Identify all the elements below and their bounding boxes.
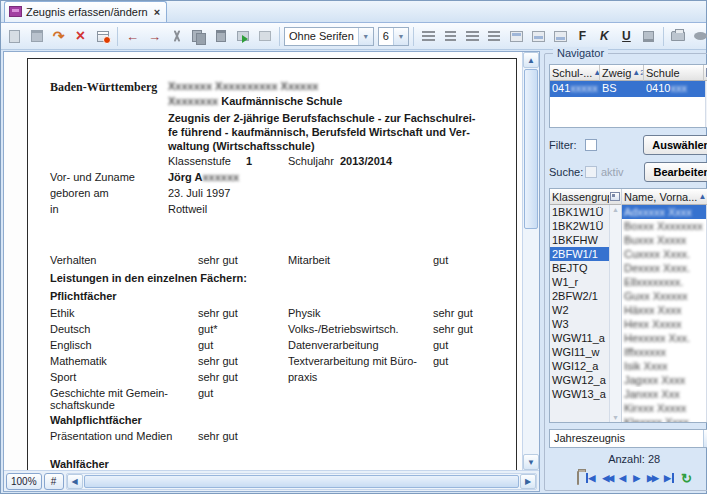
klassengruppe-item[interactable]: 1BKFHW [550, 233, 609, 247]
suche-row: Suche: aktiv Bearbeiten [549, 162, 707, 182]
document-status-bar: 100% # ◀ ▶ [4, 470, 539, 491]
zeugnis-typ-select[interactable]: Jahreszeugnis [549, 429, 707, 448]
font-size-select[interactable]: 6 [378, 27, 409, 46]
school-row[interactable]: 041xxxxx BS 0410xxx [550, 81, 705, 97]
scroll-left-icon[interactable]: ◀ [67, 474, 83, 489]
selection-lists: Klassengruppe 1BK1W1Ü1BK2W1Ü1BKFHW2BFW1/… [549, 188, 707, 423]
klassengruppe-item[interactable]: 2BFW1/1 [550, 247, 609, 261]
klassengruppe-item[interactable]: WGI12_a [550, 359, 609, 373]
name-item[interactable]: Häxxx Xxxx [622, 303, 706, 317]
last-record-button[interactable] [664, 473, 674, 483]
insert-image-button[interactable] [232, 26, 253, 47]
name-item[interactable]: Jagxxx Xxxx [622, 373, 706, 387]
column-header-schule[interactable]: Schule [644, 65, 704, 81]
scroll-right-icon[interactable]: ▶ [520, 474, 536, 489]
name-item[interactable]: Iffxxxxxx [622, 345, 706, 359]
stamp-button[interactable] [638, 26, 659, 47]
delete-button[interactable] [70, 26, 91, 47]
name-item[interactable]: Klexxxx Xxxx [622, 415, 706, 422]
klassengruppe-item[interactable]: WGW13_a [550, 387, 609, 401]
preview-button[interactable] [690, 26, 707, 47]
paste-button[interactable] [210, 26, 231, 47]
document-canvas[interactable]: Baden-Württemberg Xxxxxxx Xxxxxxxxxx Xxx… [4, 52, 522, 470]
first-record-button[interactable] [586, 473, 596, 483]
name-item[interactable]: Dexxxx Xxxx. [622, 261, 706, 275]
suche-aktiv-checkbox[interactable] [585, 166, 597, 178]
tab-zeugnis-erfassen[interactable]: Zeugnis erfassen/ändern [4, 1, 167, 22]
name-item[interactable]: Janxxx Xxx [622, 387, 706, 401]
save-button[interactable] [26, 26, 47, 47]
bearbeiten-button[interactable]: Bearbeiten [644, 162, 707, 182]
klassengruppe-item[interactable]: W1_r [550, 275, 609, 289]
valign-middle-button[interactable] [528, 26, 549, 47]
name-item[interactable]: Ellxxxxxxxx. [622, 275, 706, 289]
auswaehlen-button[interactable]: Auswählen [643, 135, 707, 155]
klassengruppe-item[interactable]: BEJTQ [550, 261, 609, 275]
image-button[interactable] [254, 26, 275, 47]
italic-button[interactable]: K [594, 26, 615, 47]
bold-button[interactable]: F [572, 26, 593, 47]
klassengruppe-header[interactable]: Klassengruppe [550, 189, 621, 205]
chevron-down-icon[interactable] [358, 28, 373, 45]
fast-forward-button[interactable] [647, 473, 657, 483]
klassengruppe-item[interactable]: W2 [550, 303, 609, 317]
navigate-forward-button[interactable] [144, 26, 165, 47]
klassengruppe-scrollbar[interactable]: ▲▼ [609, 205, 621, 422]
klassengruppe-item[interactable]: WGW12_a [550, 373, 609, 387]
cut-button[interactable] [166, 26, 187, 47]
klassengruppe-item[interactable]: WGW11_a [550, 331, 609, 345]
new-document-button[interactable] [4, 26, 25, 47]
folder-button[interactable] [577, 472, 579, 484]
klassengruppe-item[interactable]: 2BFW2/1 [550, 289, 609, 303]
name-item[interactable]: Adxxxxx Xxxx [622, 205, 706, 219]
datasheet-button[interactable] [92, 26, 113, 47]
klassengruppe-item[interactable]: WGI11_w [550, 345, 609, 359]
scissors-icon [171, 30, 183, 43]
scroll-down-icon[interactable]: ▼ [523, 454, 539, 470]
grade-row: schaftskunde [28, 399, 516, 413]
name-item[interactable]: Kirxxx Xxxxx [622, 401, 706, 415]
name-item[interactable]: Guxx Xxxxxx [622, 289, 706, 303]
valign-bottom-button[interactable] [550, 26, 571, 47]
klassengruppe-item[interactable]: 1BK2W1Ü [550, 219, 609, 233]
document-horizontal-scrollbar[interactable]: ◀ ▶ [66, 473, 537, 490]
align-left-button[interactable] [418, 26, 439, 47]
new-document-icon [9, 30, 20, 43]
name-item[interactable]: Hexx Xxxxx [622, 317, 706, 331]
undo-button[interactable] [48, 26, 69, 47]
next-record-button[interactable] [633, 473, 640, 483]
previous-record-button[interactable] [619, 473, 626, 483]
chevron-down-icon[interactable] [703, 430, 707, 447]
name-item[interactable]: Boxxx Xxxxxxxx [622, 219, 706, 233]
valign-top-button[interactable] [506, 26, 527, 47]
font-family-select[interactable]: Ohne Serifen [284, 27, 374, 46]
zoom-level-button[interactable]: 100% [6, 473, 42, 490]
filter-checkbox[interactable] [585, 139, 597, 151]
scroll-up-icon[interactable]: ▲ [523, 52, 539, 68]
grid-toggle-button[interactable]: # [44, 473, 64, 490]
fast-back-button[interactable] [602, 473, 612, 483]
chevron-down-icon[interactable] [393, 28, 408, 45]
underline-button[interactable]: U [616, 26, 637, 47]
name-item[interactable]: Hexxxxx Xxx. [622, 331, 706, 345]
namen-header[interactable]: Name, Vorna... ▲ [622, 189, 707, 205]
print-button[interactable] [668, 26, 689, 47]
refresh-button[interactable] [681, 471, 692, 486]
navigate-back-button[interactable] [122, 26, 143, 47]
copy-button[interactable] [188, 26, 209, 47]
klassengruppe-item[interactable]: 1BK1W1Ü [550, 205, 609, 219]
column-header-schul[interactable]: Schul-...▲1 [550, 65, 600, 81]
align-justify-button[interactable] [484, 26, 505, 47]
name-item[interactable]: Buxxx Xxxxx [622, 233, 706, 247]
align-center-button[interactable] [440, 26, 461, 47]
vertical-scroll-thumb[interactable] [524, 69, 538, 229]
document-vertical-scrollbar[interactable]: ▲ ▼ [522, 52, 539, 470]
name-item[interactable]: Isik Xxxx [622, 359, 706, 373]
klassengruppe-item[interactable]: W3 [550, 317, 609, 331]
school-name-redacted: Xxxxxxx Xxxxxxxxxx Xxxxxx [168, 80, 318, 92]
name-item[interactable]: Cuxxxx Xxxx. [622, 247, 706, 261]
horizontal-scroll-thumb[interactable] [84, 475, 519, 488]
tab-close-icon[interactable] [154, 6, 160, 18]
align-right-button[interactable] [462, 26, 483, 47]
column-header-zweig[interactable]: Zweig▲2 [600, 65, 644, 81]
